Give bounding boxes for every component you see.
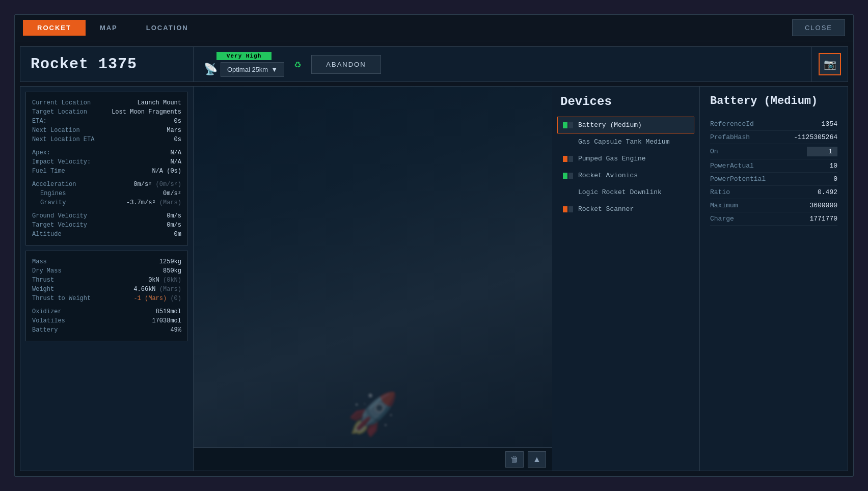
detail-val-charge: 1771770 <box>809 215 837 223</box>
detail-key-on: On <box>710 148 718 155</box>
header-right: 📷 <box>812 47 848 81</box>
top-nav: ROCKET MAP LOCATION CLOSE <box>15 15 853 41</box>
detail-power-potential: PowerPotential 0 <box>710 173 837 186</box>
detail-val-power-potential: 0 <box>833 175 837 183</box>
stat-val-ground-velocity: 0m/s <box>167 212 181 220</box>
device-item-scanner[interactable]: Rocket Scanner <box>557 201 694 217</box>
stat-label-next-location: Next Location <box>32 127 80 134</box>
mass-stats-box: Mass 1259kg Dry Mass 850kg Thrust 0kN (0… <box>25 251 188 341</box>
header-controls: Very High 📡 Optimal 25km ▼ ♻ ABANDON <box>194 47 812 81</box>
stat-label-weight: Weight <box>32 286 54 293</box>
stat-acceleration: Acceleration 0m/s² (0m/s²) <box>32 180 181 189</box>
signal-quality: Very High <box>216 52 272 60</box>
stat-val-next-location: Mars <box>167 127 181 134</box>
stat-val-target-velocity: 0m/s <box>167 222 181 229</box>
stat-battery: Battery 49% <box>32 325 181 335</box>
stat-label-gravity: Gravity <box>40 199 66 206</box>
stat-label-current-location: Current Location <box>32 99 91 106</box>
camera-icon: 📷 <box>824 58 836 71</box>
detail-charge: Charge 1771770 <box>710 212 837 226</box>
detail-on: On 1 <box>710 144 837 159</box>
stat-fuel-time: Fuel Time N/A (0s) <box>32 167 181 176</box>
stat-val-current-location: Launch Mount <box>138 99 181 106</box>
stat-mass: Mass 1259kg <box>32 257 181 266</box>
detail-key-power-potential: PowerPotential <box>710 175 766 183</box>
detail-key-reference-id: ReferenceId <box>710 120 754 128</box>
detail-val-on: 1 <box>807 147 837 156</box>
stat-target-velocity: Target Velocity 0m/s <box>32 221 181 230</box>
device-name-avionics: Rocket Avionics <box>578 172 689 179</box>
stat-val-impact-velocity: N/A <box>170 158 181 166</box>
stat-label-eta: ETA: <box>32 118 47 125</box>
detail-prefab-hash: PrefabHash -1125305264 <box>710 131 837 144</box>
stat-label-thrust: Thrust <box>32 277 54 284</box>
stat-val-oxidizer: 8519mol <box>156 308 181 315</box>
stat-label-engines: Engines <box>40 190 66 197</box>
launch-button[interactable]: ▲ <box>528 451 546 468</box>
stat-next-location: Next Location Mars <box>32 126 181 135</box>
tab-rocket[interactable]: ROCKET <box>23 20 86 36</box>
bottom-toolbar: 🗑 ▲ <box>194 447 552 471</box>
stat-weight: Weight 4.66kN (Mars) <box>32 285 181 294</box>
stat-apex: Apex: N/A <box>32 148 181 157</box>
detail-val-prefab-hash: -1125305264 <box>794 133 837 141</box>
distance-dropdown[interactable]: Optimal 25km ▼ <box>221 62 284 77</box>
device-name-gas-tank: Gas Capsule Tank Medium <box>578 138 689 146</box>
stat-val-altitude: 0m <box>174 231 181 238</box>
stat-engines: Engines 0m/s² <box>32 189 181 198</box>
detail-val-reference-id: 1354 <box>822 120 837 128</box>
header-row: Rocket 1375 Very High 📡 Optimal 25km ▼ ♻… <box>20 46 848 82</box>
distance-label: Optimal 25km <box>227 66 268 73</box>
battery-status-indicator <box>563 122 573 128</box>
device-name-downlink: Logic Rocket Downlink <box>578 188 689 196</box>
stat-val-target-location: Lost Moon Fragments <box>112 108 181 116</box>
abandon-button[interactable]: ABANDON <box>311 55 381 74</box>
stat-label-battery: Battery <box>32 326 58 334</box>
stat-val-fuel-time: N/A (0s) <box>152 168 181 175</box>
detail-maximum: Maximum 3600000 <box>710 199 837 212</box>
engine-status-indicator <box>563 156 573 162</box>
stat-eta: ETA: 0s <box>32 117 181 126</box>
main-window: ROCKET MAP LOCATION CLOSE Rocket 1375 Ve… <box>14 14 854 477</box>
detail-val-power-actual: 10 <box>829 162 837 170</box>
stat-val-gravity: -3.7m/s² (Mars) <box>126 199 181 206</box>
location-stats-box: Current Location Launch Mount Target Loc… <box>25 92 188 245</box>
stat-label-altitude: Altitude <box>32 231 62 238</box>
stat-volatiles: Volatiles 17038mol <box>32 316 181 325</box>
stat-ground-velocity: Ground Velocity 0m/s <box>32 211 181 221</box>
device-item-avionics[interactable]: Rocket Avionics <box>557 167 694 184</box>
signal-icon: 📡 <box>204 63 218 76</box>
tab-map[interactable]: MAP <box>86 20 132 36</box>
stat-label-oxidizer: Oxidizer <box>32 308 62 315</box>
stat-val-thrust: 0kN (0kN) <box>148 277 181 284</box>
stat-label-apex: Apex: <box>32 149 50 156</box>
lower-section: Current Location Launch Mount Target Loc… <box>20 86 848 471</box>
stat-label-dry-mass: Dry Mass <box>32 267 62 275</box>
stat-label-acceleration: Acceleration <box>32 181 76 188</box>
detail-ratio: Ratio 0.492 <box>710 186 837 199</box>
stat-val-mass: 1259kg <box>159 258 181 265</box>
stat-val-thrust-to-weight: -1 (Mars) (0) <box>133 295 181 302</box>
stat-label-volatiles: Volatiles <box>32 317 65 324</box>
stat-label-thrust-to-weight: Thrust to Weight <box>32 295 91 302</box>
stat-val-eta: 0s <box>174 118 181 125</box>
device-name-scanner: Rocket Scanner <box>578 205 689 213</box>
device-item-battery[interactable]: Battery (Medium) <box>557 117 694 133</box>
camera-button[interactable]: 📷 <box>819 53 841 75</box>
detail-power-actual: PowerActual 10 <box>710 159 837 173</box>
stat-current-location: Current Location Launch Mount <box>32 98 181 107</box>
device-item-gas-tank[interactable]: Gas Capsule Tank Medium <box>557 133 694 150</box>
tab-location[interactable]: LOCATION <box>132 20 203 36</box>
stat-label-ground-velocity: Ground Velocity <box>32 212 87 220</box>
avionics-status-indicator <box>563 173 573 179</box>
device-item-downlink[interactable]: Logic Rocket Downlink <box>557 184 694 201</box>
rocket-name: Rocket 1375 <box>31 56 137 73</box>
close-button[interactable]: CLOSE <box>792 19 845 36</box>
recycle-icon: ♻ <box>294 58 301 71</box>
stat-label-mass: Mass <box>32 258 47 265</box>
device-item-engine[interactable]: Pumped Gas Engine <box>557 150 694 167</box>
scanner-status-indicator <box>563 206 573 212</box>
delete-button[interactable]: 🗑 <box>505 451 524 468</box>
device-name-battery: Battery (Medium) <box>578 121 689 129</box>
detail-val-maximum: 3600000 <box>809 202 837 209</box>
